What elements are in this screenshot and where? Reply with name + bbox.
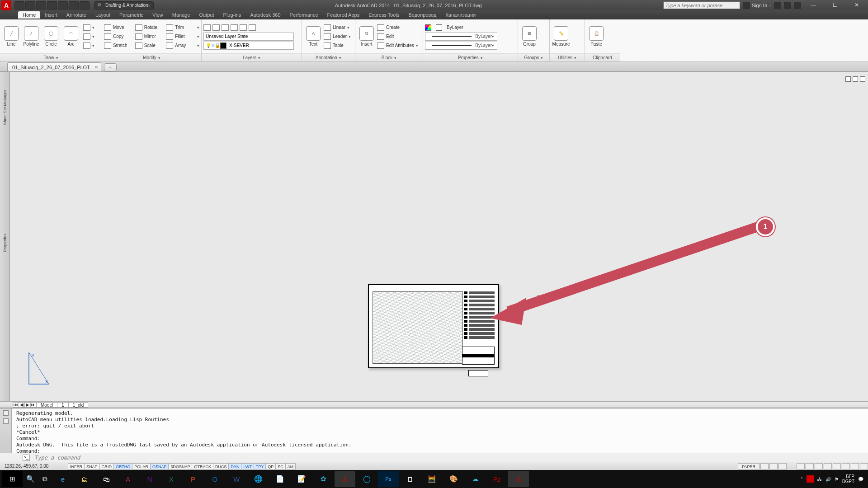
- line-button[interactable]: ╱Line: [2, 26, 21, 47]
- ribbon-tab-manage[interactable]: Manage: [168, 11, 195, 19]
- toolbar-lock-icon[interactable]: [833, 463, 841, 469]
- tray-chevron-icon[interactable]: ˄: [801, 477, 803, 482]
- ribbon-tab-view[interactable]: View: [148, 11, 168, 19]
- help-icon[interactable]: [794, 2, 801, 9]
- stretch-button[interactable]: Stretch: [104, 42, 131, 49]
- qat-open-icon[interactable]: [25, 1, 35, 9]
- qv-drawings-icon[interactable]: [778, 463, 787, 469]
- autocad-taskbar-icon[interactable]: A: [335, 471, 355, 487]
- isolate-icon[interactable]: [851, 463, 859, 469]
- text-button[interactable]: AText: [304, 26, 323, 47]
- ribbon-tab-output[interactable]: Output: [195, 11, 219, 19]
- ellipse-button[interactable]: [83, 33, 94, 41]
- command-input[interactable]: [34, 455, 868, 461]
- skype-icon[interactable]: ◯: [356, 471, 377, 487]
- move-button[interactable]: Move: [104, 24, 131, 31]
- workspace-icon[interactable]: [824, 463, 832, 469]
- stayconnected-icon[interactable]: [784, 2, 791, 9]
- qat-redo-icon[interactable]: [80, 1, 90, 9]
- ribbon-tab-insert[interactable]: Insert: [40, 11, 62, 19]
- tray-flag-icon[interactable]: ⚑: [835, 477, 839, 482]
- layout-tab-1[interactable]: 1: [57, 402, 69, 408]
- scale-button[interactable]: Scale: [135, 42, 162, 49]
- paint-icon[interactable]: 🎨: [443, 471, 464, 487]
- create-block-button[interactable]: Create: [377, 23, 418, 32]
- excel-icon[interactable]: X: [161, 471, 182, 487]
- photoshop-icon[interactable]: Ps: [378, 471, 399, 487]
- paste-button[interactable]: 📋Paste: [587, 26, 606, 47]
- tray-language[interactable]: БГРBGPT: [842, 474, 854, 484]
- ribbon-tab-plug-ins[interactable]: Plug-ins: [219, 11, 246, 19]
- vp-close-icon[interactable]: [860, 76, 865, 82]
- toggle-polar[interactable]: POLAR: [132, 463, 151, 469]
- ribbon-tab-layout[interactable]: Layout: [91, 11, 115, 19]
- new-tab-button[interactable]: ＋: [104, 63, 117, 71]
- toggle-3dosnap[interactable]: 3DOSNAP: [168, 463, 192, 469]
- qat-new-icon[interactable]: [14, 1, 24, 9]
- search-taskbar-icon[interactable]: 🔍: [24, 471, 37, 487]
- table-button[interactable]: Table: [324, 42, 351, 50]
- vp-min-icon[interactable]: [845, 76, 851, 82]
- toggle-tpy[interactable]: TPY: [254, 463, 266, 469]
- workspace-switcher[interactable]: ⚙ Drafting & Annotation: [94, 1, 154, 9]
- start-button[interactable]: ⊞: [2, 471, 23, 487]
- signin-button[interactable]: Sign In: [743, 2, 771, 9]
- toggle-am[interactable]: AM: [285, 463, 296, 469]
- qat-saveas-icon[interactable]: [47, 1, 57, 9]
- tab-prev-icon[interactable]: ◀: [19, 402, 25, 408]
- layout-tab-model[interactable]: Model: [36, 402, 57, 408]
- rotate-button[interactable]: Rotate: [135, 24, 162, 31]
- toggle-dyn[interactable]: DYN: [228, 463, 241, 469]
- vp-max-icon[interactable]: [853, 76, 858, 82]
- edit-attr-button[interactable]: Edit Attributes: [377, 42, 418, 50]
- qv-layouts-icon[interactable]: [769, 463, 778, 469]
- onenote-icon[interactable]: N: [139, 471, 160, 487]
- taskview-icon[interactable]: ⧉: [38, 471, 52, 487]
- tab-next-icon[interactable]: ▶: [24, 402, 31, 408]
- circle-button[interactable]: ◯Circle: [42, 26, 61, 47]
- layout-sheet[interactable]: [368, 284, 499, 368]
- cmd-opts-icon[interactable]: [3, 418, 9, 424]
- dimlinear-button[interactable]: Linear: [324, 23, 351, 32]
- qat-undo-icon[interactable]: [69, 1, 79, 9]
- hatch-button[interactable]: [83, 42, 94, 50]
- toggle-sc[interactable]: SC: [275, 463, 286, 469]
- ribbon-tab-annotate[interactable]: Annotate: [62, 11, 91, 19]
- edge-icon[interactable]: e: [52, 471, 73, 487]
- app1-icon[interactable]: ✿: [313, 471, 334, 487]
- edit-block-button[interactable]: Edit: [377, 33, 418, 41]
- modelpaper-toggle[interactable]: PAPER: [738, 463, 760, 469]
- palette-bar[interactable]: Sheet Set Manager Properties: [0, 72, 10, 401]
- layer-state-select[interactable]: Unsaved Layer State: [203, 33, 294, 41]
- ribbon-tab-home[interactable]: Home: [18, 11, 40, 19]
- explorer-icon[interactable]: 🗂: [74, 471, 95, 487]
- copy-button[interactable]: Copy: [104, 33, 131, 40]
- color-select[interactable]: ByLayer: [425, 23, 516, 32]
- app2-icon[interactable]: ☁: [465, 471, 486, 487]
- ribbon-tab-parametric[interactable]: Parametric: [115, 11, 148, 19]
- outlook-icon[interactable]: O: [204, 471, 225, 487]
- toggle-infer[interactable]: INFER: [68, 463, 85, 469]
- cmd-handle[interactable]: [0, 408, 12, 453]
- leader-button[interactable]: Leader: [324, 33, 351, 41]
- toggle-qp[interactable]: QP: [265, 463, 276, 469]
- hardware-accel-icon[interactable]: [842, 463, 850, 469]
- annovis-icon[interactable]: [806, 463, 814, 469]
- powerpoint-icon[interactable]: P: [183, 471, 203, 487]
- ribbon-tab-autodesk 360[interactable]: Autodesk 360: [245, 11, 285, 19]
- notes-icon[interactable]: 🗒: [400, 471, 420, 487]
- tab-last-icon[interactable]: ⏭: [30, 402, 37, 408]
- toggle-grid[interactable]: GRID: [99, 463, 114, 469]
- drawing-canvas[interactable]: YX 1: [11, 72, 868, 401]
- exchange-icon[interactable]: [774, 2, 781, 9]
- tray-volume-icon[interactable]: 🔊: [826, 477, 831, 482]
- filezilla-icon[interactable]: Fz: [486, 471, 507, 487]
- ribbon-tab-водопровод[interactable]: Водопровод: [404, 11, 441, 19]
- toggle-lwt[interactable]: LWT: [241, 463, 254, 469]
- word-icon[interactable]: W: [226, 471, 247, 487]
- tray-network-icon[interactable]: 🖧: [817, 477, 822, 482]
- layout-tab-1_old[interactable]: 1_old: [68, 402, 88, 408]
- lineweight-select[interactable]: ByLayer: [425, 33, 497, 41]
- insert-button[interactable]: ⧉Insert: [357, 26, 376, 47]
- toggle-snap[interactable]: SNAP: [84, 463, 100, 469]
